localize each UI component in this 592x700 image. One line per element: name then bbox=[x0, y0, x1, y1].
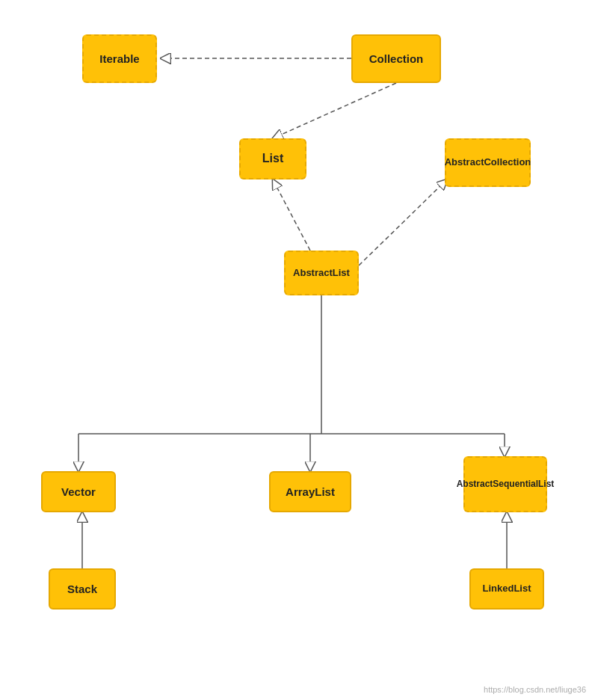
arraylist-label: ArrayList bbox=[286, 485, 335, 500]
vector-label: Vector bbox=[61, 485, 96, 500]
abstractlist-to-abstractcollection-arrow bbox=[359, 179, 447, 265]
abstractlist-node: AbstractList bbox=[284, 251, 359, 295]
collection-node: Collection bbox=[351, 34, 441, 83]
abstractlist-to-list-arrow bbox=[273, 179, 310, 251]
stack-node: Stack bbox=[49, 568, 116, 610]
arraylist-node: ArrayList bbox=[269, 471, 351, 512]
list-label: List bbox=[262, 151, 283, 167]
abstractcollection-label: AbstractCollection bbox=[445, 156, 531, 169]
watermark-text: https://blog.csdn.net/liuge36 bbox=[484, 685, 586, 694]
collection-to-list-arrow bbox=[273, 83, 396, 138]
stack-label: Stack bbox=[67, 582, 97, 597]
abstractsequentiallist-node: AbstractSequentialList bbox=[463, 456, 547, 512]
abstractlist-label: AbstractList bbox=[293, 267, 350, 280]
linkedlist-label: LinkedList bbox=[482, 583, 531, 595]
vector-node: Vector bbox=[41, 471, 116, 512]
diagram-container: Iterable Collection List AbstractCollect… bbox=[0, 0, 592, 700]
collection-label: Collection bbox=[369, 52, 424, 67]
watermark: https://blog.csdn.net/liuge36 bbox=[484, 685, 586, 694]
list-node: List bbox=[239, 138, 306, 179]
linkedlist-node: LinkedList bbox=[469, 568, 544, 610]
abstractsequentiallist-label: AbstractSequentialList bbox=[457, 479, 555, 491]
abstractcollection-node: AbstractCollection bbox=[445, 138, 531, 187]
iterable-node: Iterable bbox=[82, 34, 157, 83]
iterable-label: Iterable bbox=[99, 52, 139, 67]
